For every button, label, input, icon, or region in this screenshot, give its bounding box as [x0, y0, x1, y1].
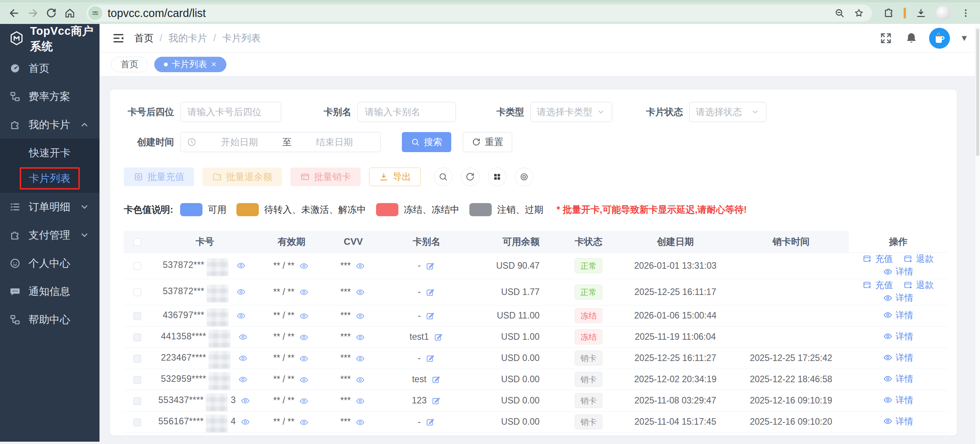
expiry-eye-icon[interactable] [298, 354, 310, 363]
sidebar-item-6[interactable]: 个人中心 [0, 249, 100, 277]
refund-link[interactable]: 退款 [904, 279, 934, 291]
sidebar-item-5[interactable]: 支付管理 [0, 221, 100, 249]
search-button[interactable]: 搜索 [402, 132, 451, 152]
cvv-eye-icon[interactable] [354, 418, 366, 427]
alias-input[interactable] [358, 102, 456, 122]
detail-link[interactable]: 详情 [883, 266, 913, 278]
detail-link[interactable]: 详情 [883, 292, 913, 304]
card-number-eye-icon[interactable] [240, 396, 251, 405]
table-search-icon[interactable] [434, 168, 452, 186]
fullscreen-icon[interactable] [878, 31, 894, 46]
cvv-eye-icon[interactable] [354, 333, 366, 342]
cvv-eye-icon[interactable] [354, 354, 366, 363]
card-number-eye-icon[interactable] [235, 287, 247, 297]
scrollbar-thumb[interactable] [976, 29, 979, 156]
reset-button[interactable]: 重置 [463, 132, 512, 152]
forward-icon[interactable] [25, 6, 40, 20]
cvv-eye-icon[interactable] [354, 397, 366, 406]
alias-edit-icon[interactable] [425, 311, 435, 321]
export-button[interactable]: 导出 [369, 168, 421, 186]
card-status-select[interactable]: 请选择状态 [689, 102, 766, 122]
start-date-input[interactable]: 开始日期 [200, 136, 279, 148]
select-all-checkbox[interactable] [133, 238, 141, 246]
page-scrollbar[interactable] [975, 26, 980, 444]
expiry-eye-icon[interactable] [298, 418, 310, 427]
alias-edit-icon[interactable] [425, 353, 435, 363]
expiry-eye-icon[interactable] [298, 261, 310, 271]
bookmark-star-icon[interactable] [852, 6, 866, 20]
recharge-link[interactable]: 充值 [863, 253, 893, 265]
batch-refund-button[interactable]: 批量退余额 [202, 168, 282, 186]
table-layout-grid-icon[interactable] [488, 168, 506, 186]
browser-menu-icon[interactable] [958, 6, 973, 20]
site-settings-icon[interactable] [88, 6, 102, 20]
detail-link[interactable]: 详情 [883, 415, 913, 427]
card-number-eye-icon[interactable] [240, 417, 251, 427]
sidebar-item-2[interactable]: 费率方案 [0, 82, 100, 110]
cvv-eye-icon[interactable] [354, 312, 366, 321]
card-number-eye-icon[interactable] [237, 375, 249, 384]
column-visibility-icon[interactable] [515, 168, 533, 186]
notification-bell-icon[interactable] [904, 31, 919, 46]
recharge-link[interactable]: 充值 [863, 279, 893, 291]
sidebar-subitem-2[interactable]: 卡片列表 [0, 166, 100, 191]
cvv-eye-icon[interactable] [354, 375, 366, 385]
batch-cancel-button[interactable]: 批量销卡 [290, 168, 361, 186]
home-icon[interactable] [62, 6, 77, 20]
last4-input[interactable] [180, 102, 281, 122]
view-tag-1[interactable]: 首页 [111, 57, 148, 72]
browser-profile-avatar[interactable] [936, 6, 951, 20]
sidebar-item-8[interactable]: 帮助中心 [0, 305, 100, 334]
card-number-eye-icon[interactable] [237, 332, 249, 342]
avatar-dropdown-icon[interactable]: ▼ [960, 33, 968, 43]
detail-link[interactable]: 详情 [883, 309, 913, 321]
close-icon[interactable]: ✕ [211, 60, 217, 69]
expiry-eye-icon[interactable] [298, 312, 310, 321]
sidebar-item-3[interactable]: 我的卡片 [0, 110, 100, 139]
zoom-out-icon[interactable] [833, 6, 847, 20]
cvv-eye-icon[interactable] [354, 288, 366, 297]
reload-icon[interactable] [44, 6, 59, 20]
refund-link[interactable]: 退款 [904, 253, 934, 265]
card-type-select[interactable]: 请选择卡类型 [530, 102, 612, 122]
row-checkbox[interactable] [133, 288, 141, 296]
expiry-eye-icon[interactable] [298, 375, 310, 385]
alias-edit-icon[interactable] [425, 261, 435, 271]
pinned-extension-icon[interactable] [904, 8, 906, 19]
detail-link[interactable]: 详情 [883, 330, 913, 342]
card-number-eye-icon[interactable] [237, 354, 249, 363]
expiry-eye-icon[interactable] [298, 333, 310, 342]
detail-link[interactable]: 详情 [883, 373, 913, 385]
date-range-picker[interactable]: 开始日期 至 结束日期 [180, 132, 381, 152]
alias-edit-icon[interactable] [425, 287, 435, 297]
user-avatar[interactable] [929, 28, 950, 49]
cvv-eye-icon[interactable] [354, 261, 366, 271]
row-checkbox[interactable] [133, 262, 141, 270]
breadcrumb-my-cards[interactable]: 我的卡片 [169, 32, 207, 44]
table-refresh-icon[interactable] [461, 168, 479, 186]
address-bar[interactable]: topvcc.com/card/list [86, 5, 872, 22]
menu-fold-icon[interactable] [111, 31, 126, 46]
view-tag-2[interactable]: 卡片列表✕ [154, 57, 226, 72]
alias-edit-icon[interactable] [431, 375, 441, 385]
end-date-input[interactable]: 结束日期 [295, 136, 374, 148]
alias-edit-icon[interactable] [425, 417, 435, 427]
breadcrumb-home[interactable]: 首页 [134, 32, 153, 44]
detail-link[interactable]: 详情 [883, 394, 913, 406]
downloads-icon[interactable] [914, 6, 928, 20]
expiry-eye-icon[interactable] [298, 288, 310, 297]
sidebar-item-1[interactable]: 首页 [0, 54, 100, 82]
expiry-eye-icon[interactable] [298, 397, 310, 406]
card-number-eye-icon[interactable] [235, 261, 247, 270]
back-icon[interactable] [7, 6, 22, 20]
status-badge: 正常 [575, 258, 602, 273]
card-number-eye-icon[interactable] [235, 311, 247, 320]
sidebar-item-7[interactable]: 通知信息 [0, 277, 100, 305]
extensions-icon[interactable] [881, 6, 896, 20]
alias-edit-icon[interactable] [433, 332, 444, 342]
batch-recharge-button[interactable]: 批量充值 [124, 168, 194, 186]
sidebar-item-4[interactable]: 订单明细 [0, 193, 100, 221]
sidebar-subitem-1[interactable]: 快速开卡 [0, 140, 100, 166]
detail-link[interactable]: 详情 [883, 352, 913, 364]
alias-edit-icon[interactable] [431, 396, 441, 406]
